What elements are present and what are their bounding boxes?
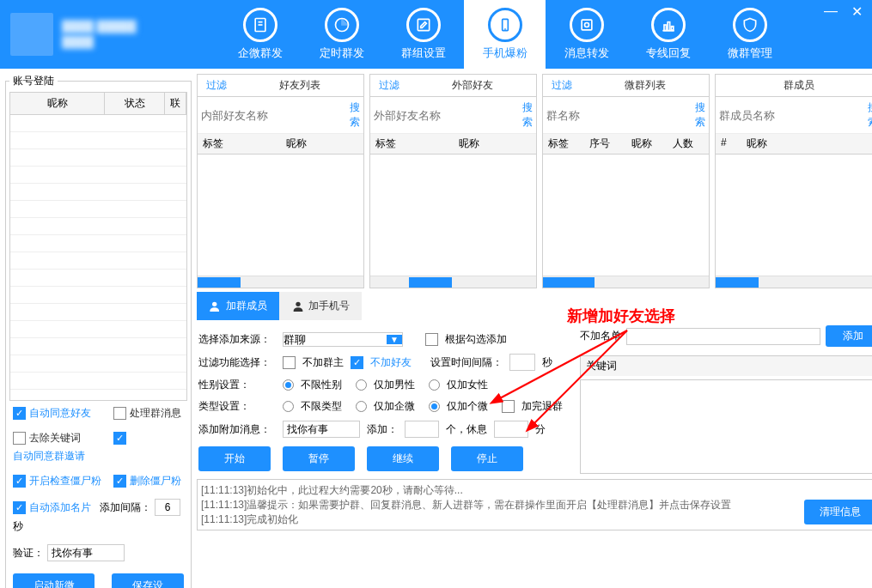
log-line: [11:11:13]完成初始化 [201, 512, 872, 527]
search-btn[interactable]: 搜索 [350, 100, 360, 130]
tab-group-list[interactable]: 微群列表 [581, 75, 709, 96]
chk-handle-group-msg[interactable] [113, 407, 126, 420]
search-btn[interactable]: 搜索 [868, 100, 872, 130]
radio-gender-any[interactable] [283, 379, 294, 391]
tab-external[interactable]: 外部好友 [408, 75, 536, 96]
list-body[interactable] [370, 155, 536, 288]
keyword-header: 关键词 [580, 355, 872, 376]
btn-continue[interactable]: 继续 [367, 446, 439, 471]
tab-members[interactable]: 群成员 [716, 75, 872, 96]
radio-type-gewei[interactable] [429, 401, 440, 412]
document-icon [243, 8, 277, 42]
svg-rect-7 [582, 20, 592, 30]
account-login-panel: 账号登陆 昵称 状态 联 ✓自动同意好友 处理群消息 去除关键词 ✓自动同意 [5, 74, 192, 588]
tab-add-group-member[interactable]: 加群成员 [197, 292, 279, 320]
panel-internal-friends: 过滤好友列表 搜索 标签昵称 [197, 74, 364, 288]
minimize-button[interactable]: — [822, 3, 839, 20]
tab-filter[interactable]: 过滤 [198, 75, 235, 96]
time-interval-input[interactable] [509, 354, 535, 371]
nav-tab-timed-mass[interactable]: 定时群发 [301, 0, 382, 69]
col-nick: 昵称 [10, 93, 105, 114]
nav-tab-msg-forward[interactable]: 消息转发 [546, 0, 627, 69]
msg-input[interactable] [283, 421, 360, 438]
radio-type-qiwei[interactable] [356, 401, 367, 412]
verify-label: 验证： [13, 546, 44, 561]
blacklist-input[interactable] [626, 328, 820, 345]
chk-by-selection[interactable] [425, 333, 438, 346]
source-dropdown[interactable]: ▼ [283, 332, 403, 347]
scrollbar[interactable] [198, 276, 363, 288]
chk-no-friend[interactable]: ✓ [351, 356, 363, 369]
svg-rect-10 [664, 25, 667, 31]
nav-tab-phone-fans[interactable]: 手机爆粉 [464, 0, 546, 69]
tab-filter[interactable]: 过滤 [543, 75, 581, 96]
col-ext: 联 [165, 93, 186, 114]
list-body[interactable] [198, 155, 363, 288]
search-external[interactable] [374, 109, 519, 122]
nav-tab-group-manage[interactable]: 微群管理 [709, 0, 790, 69]
tab-filter[interactable]: 过滤 [370, 75, 408, 96]
chk-check-zombie[interactable]: ✓ [13, 475, 26, 488]
radio-type-any[interactable] [283, 401, 294, 412]
safe-icon [570, 8, 604, 42]
window-controls: — ✕ [822, 3, 865, 20]
tab-friend-list[interactable]: 好友列表 [235, 75, 363, 96]
svg-point-8 [584, 23, 588, 27]
btn-clear-log[interactable]: 清理信息 [804, 500, 872, 524]
close-button[interactable]: ✕ [848, 3, 865, 20]
radio-gender-female[interactable] [429, 379, 440, 391]
nav-tab-qiwei-mass[interactable]: 企微群发 [219, 0, 301, 69]
scrollbar[interactable] [716, 276, 872, 288]
gender-label: 性别设置： [198, 378, 276, 392]
chk-auto-accept-friend[interactable]: ✓ [13, 407, 26, 420]
rest-input[interactable] [494, 421, 528, 438]
chevron-down-icon[interactable]: ▼ [387, 335, 402, 344]
col-nick: 昵称 [626, 134, 668, 154]
svg-rect-4 [418, 19, 429, 30]
btn-pause[interactable]: 暂停 [283, 446, 355, 471]
col-nick: 昵称 [454, 134, 537, 154]
btn-save-settings[interactable]: 保存设置 [112, 573, 184, 588]
list-body[interactable] [543, 155, 709, 288]
chk-auto-accept-invite[interactable]: ✓ [113, 432, 126, 445]
keyword-list[interactable] [580, 379, 872, 474]
col-tag: 标签 [370, 134, 454, 154]
panel-external-friends: 过滤外部好友 搜索 标签昵称 [369, 74, 537, 288]
scrollbar[interactable] [370, 276, 536, 288]
tab-add-phone[interactable]: 加手机号 [279, 292, 362, 320]
type-label: 类型设置： [198, 399, 276, 414]
radio-gender-male[interactable] [356, 379, 367, 391]
add-count-label: 添加： [367, 422, 398, 437]
phone-icon [488, 8, 522, 42]
search-btn[interactable]: 搜索 [522, 100, 533, 130]
chk-quit-after[interactable] [502, 400, 515, 413]
app-name: ████ █████████ [62, 19, 137, 50]
col-count: 人数 [668, 134, 709, 154]
time-interval-label: 设置时间间隔： [430, 355, 503, 370]
account-rows[interactable] [10, 115, 186, 401]
search-internal[interactable] [201, 109, 346, 122]
svg-rect-12 [671, 27, 674, 31]
verify-input[interactable] [47, 544, 125, 561]
btn-stop[interactable]: 停止 [451, 446, 523, 471]
search-group[interactable] [546, 109, 692, 122]
chk-delete-zombie[interactable]: ✓ [113, 475, 126, 488]
btn-start[interactable]: 开始 [198, 446, 271, 471]
person-icon [291, 300, 305, 313]
btn-start-wechat[interactable]: 启动新微信 [13, 573, 95, 588]
add-count-input[interactable] [405, 421, 439, 438]
chk-remove-keyword[interactable] [13, 432, 26, 445]
btn-add-blacklist[interactable]: 添加 [826, 325, 872, 347]
list-body[interactable] [716, 155, 872, 288]
nav-tab-group-settings[interactable]: 群组设置 [382, 0, 464, 69]
logo-area: ████ █████████ [0, 0, 219, 69]
chk-auto-add-card[interactable]: ✓ [13, 501, 26, 514]
nav-tab-line-reply[interactable]: 专线回复 [627, 0, 709, 69]
search-btn[interactable]: 搜索 [695, 100, 705, 130]
search-members[interactable] [719, 109, 864, 122]
svg-point-13 [212, 301, 216, 306]
scrollbar[interactable] [543, 276, 709, 288]
interval-input[interactable] [155, 499, 180, 516]
chk-no-owner[interactable] [283, 356, 296, 369]
log-panel: [11:11:13]初始化中，此过程大约需要20秒，请耐心等待... [11:1… [197, 479, 872, 530]
